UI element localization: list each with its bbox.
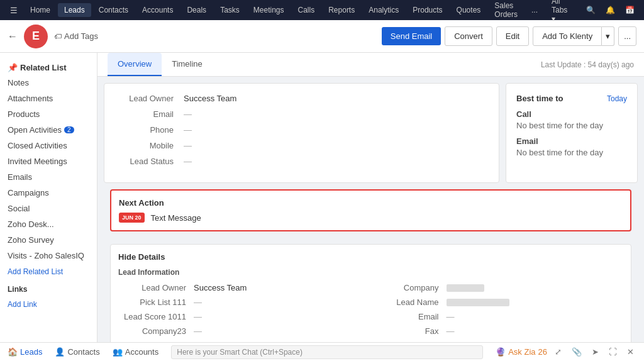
add-link-link[interactable]: Add Link	[0, 296, 97, 313]
zia-icon: 🔮	[496, 347, 506, 357]
nav-more[interactable]: ...	[525, 3, 544, 17]
hamburger-icon[interactable]: ☰	[5, 3, 23, 18]
nav-tasks[interactable]: Tasks	[214, 3, 246, 17]
content-area: Overview Timeline Last Update : 54 day(s…	[97, 53, 644, 342]
best-time-call-value: No best time for the day	[516, 121, 627, 130]
detail-fax-value: —	[447, 326, 455, 336]
bottom-send-icon[interactable]: ➤	[589, 346, 601, 358]
nav-accounts[interactable]: Accounts	[136, 3, 179, 17]
sidebar-item-open-activities[interactable]: Open Activities 2	[0, 122, 97, 138]
lead-avatar: E	[24, 25, 48, 48]
best-time-header: Best time to Today	[516, 94, 627, 103]
detail-lead-name-value	[447, 299, 509, 306]
bottom-nav-contacts[interactable]: 👤 Contacts	[55, 347, 99, 357]
bell-icon[interactable]: 🔔	[603, 4, 618, 16]
field-email: Email —	[114, 109, 489, 119]
detail-pick-list: Pick List 111 —	[118, 297, 371, 307]
email-value: —	[184, 109, 192, 119]
bottom-maximize-icon[interactable]: ⛶	[606, 346, 619, 358]
calendar-icon[interactable]: 📅	[623, 4, 637, 16]
nav-sales-orders[interactable]: Sales Orders	[488, 0, 524, 21]
sidebar-item-invited-meetings[interactable]: Invited Meetings	[0, 153, 97, 169]
detail-fax-label: Fax	[371, 326, 447, 336]
bottom-expand-icon[interactable]: ⤢	[552, 346, 564, 358]
tabs: Overview Timeline	[108, 53, 213, 76]
sidebar-pin-icon: 📌	[8, 63, 18, 72]
detail-company23-value: —	[194, 326, 202, 336]
field-lead-status: Lead Status —	[114, 157, 489, 166]
ask-zia-button[interactable]: 🔮 Ask Zia 26	[496, 347, 547, 357]
sidebar-item-closed-activities[interactable]: Closed Activities	[0, 138, 97, 153]
sidebar-item-campaigns[interactable]: Campaigns	[0, 185, 97, 201]
sidebar-item-notes[interactable]: Notes	[0, 75, 97, 91]
nav-reports[interactable]: Reports	[322, 3, 361, 17]
bottom-right-actions: 🔮 Ask Zia 26 ⤢ 📎 ➤ ⛶ ✕	[496, 346, 636, 358]
edit-button[interactable]: Edit	[496, 26, 529, 46]
add-to-klenty-group: Add To Klenty ▾	[533, 26, 614, 46]
detail-website-label: Website	[371, 341, 447, 342]
more-actions-button[interactable]: ...	[618, 26, 636, 46]
sidebar-item-social[interactable]: Social	[0, 201, 97, 216]
sidebar-item-zoho-survey[interactable]: Zoho Survey	[0, 232, 97, 248]
lead-status-value: —	[184, 157, 192, 166]
sidebar-item-emails[interactable]: Emails	[0, 169, 97, 185]
nav-analytics[interactable]: Analytics	[362, 3, 405, 17]
best-time-email-section: Email No best time for the day	[516, 136, 627, 157]
sidebar-item-attachments[interactable]: Attachments	[0, 91, 97, 106]
nav-calls[interactable]: Calls	[292, 3, 321, 17]
add-to-klenty-arrow-button[interactable]: ▾	[602, 26, 614, 46]
phone-value: —	[184, 125, 192, 135]
accounts-icon: 👥	[113, 347, 123, 357]
nav-leads[interactable]: Leads	[58, 3, 91, 17]
sidebar-item-products[interactable]: Products	[0, 106, 97, 122]
nav-meetings[interactable]: Meetings	[247, 3, 291, 17]
field-lead-owner: Lead Owner Success Team	[114, 94, 489, 103]
tab-timeline[interactable]: Timeline	[162, 53, 213, 76]
tabs-bar: Overview Timeline Last Update : 54 day(s…	[97, 53, 644, 77]
detail-lead-score: Lead Score 1011 —	[118, 312, 371, 321]
contacts-icon: 👤	[55, 347, 65, 357]
lead-info-right: Company Lead Name Email — Fax	[371, 283, 624, 342]
bottom-close-icon[interactable]: ✕	[625, 346, 636, 358]
nav-deals[interactable]: Deals	[180, 3, 213, 17]
detail-lead-score-label: Lead Score 1011	[118, 312, 194, 321]
smart-chat-input[interactable]: Here is your Smart Chat (Ctrl+Space)	[171, 345, 483, 359]
nav-products[interactable]: Products	[406, 3, 448, 17]
detail-lead-score-value: —	[194, 312, 202, 321]
send-email-button[interactable]: Send Email	[382, 27, 441, 45]
hide-details-toggle[interactable]: Hide Details	[118, 252, 623, 262]
detail-fax: Fax —	[371, 326, 624, 336]
next-action-text: Text Message	[151, 213, 201, 223]
best-time-email-value: No best time for the day	[516, 148, 627, 157]
nav-contacts[interactable]: Contacts	[92, 3, 135, 17]
tab-overview[interactable]: Overview	[108, 53, 162, 76]
add-tags-button[interactable]: 🏷 Add Tags	[54, 31, 98, 41]
bottom-nav-accounts[interactable]: 👥 Accounts	[113, 347, 158, 357]
add-related-list-link[interactable]: Add Related List	[0, 264, 97, 280]
convert-button[interactable]: Convert	[445, 26, 492, 46]
field-mobile: Mobile —	[114, 141, 489, 150]
lead-info-left: Lead Owner Success Team Pick List 111 — …	[118, 283, 371, 342]
add-to-klenty-button[interactable]: Add To Klenty	[533, 26, 602, 46]
detail-company-label: Company	[371, 283, 447, 292]
nav-home[interactable]: Home	[24, 3, 57, 17]
detail-lead-owner-value: Success Team	[194, 283, 247, 292]
detail-website: Website —	[371, 341, 624, 342]
last-update: Last Update : 54 day(s) ago	[541, 54, 634, 75]
all-tabs-button[interactable]: All Tabs ▾	[545, 0, 579, 26]
detail-decimal1: Decimal 1 —	[118, 341, 371, 342]
smart-chat-area: Here is your Smart Chat (Ctrl+Space)	[171, 345, 483, 359]
best-time-card: Best time to Today Call No best time for…	[506, 83, 638, 183]
detail-right-email: Email —	[371, 312, 624, 321]
bottom-attachment-icon[interactable]: 📎	[569, 346, 584, 358]
sidebar-item-zoho-desk[interactable]: Zoho Desk...	[0, 216, 97, 232]
detail-lead-owner: Lead Owner Success Team	[118, 283, 371, 292]
mobile-label: Mobile	[114, 141, 184, 150]
sidebar-item-visits-salesiq[interactable]: Visits - Zoho SalesIQ	[0, 248, 97, 264]
search-icon[interactable]: 🔍	[584, 4, 598, 16]
best-time-today: Today	[607, 94, 627, 103]
back-button[interactable]: ←	[8, 31, 18, 42]
hide-details-section: Hide Details Lead Information Lead Owner…	[110, 244, 631, 342]
nav-quotes[interactable]: Quotes	[450, 3, 487, 17]
bottom-nav-leads[interactable]: 🏠 Leads	[8, 347, 42, 357]
